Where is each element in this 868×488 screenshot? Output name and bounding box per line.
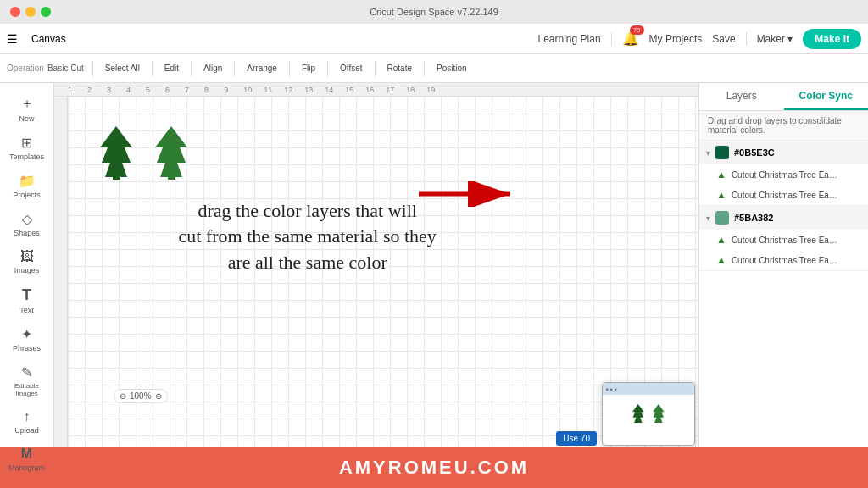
maximize-button[interactable] <box>41 7 51 17</box>
sidebar-item-upload[interactable]: ↑ Upload <box>5 404 49 440</box>
upload-icon: ↑ <box>24 409 31 424</box>
layer-item-1-2[interactable]: ▲ Cutout Christmas Tree Ea… <box>699 185 868 205</box>
tab-colorsync[interactable]: Color Sync <box>784 83 869 110</box>
sidebar-item-editable-images[interactable]: ✎ Editable Images <box>5 359 49 402</box>
layer-item-1-1[interactable]: ▲ Cutout Christmas Tree Ea… <box>699 164 868 185</box>
monogram-icon: M <box>21 446 32 462</box>
sec-sep-6 <box>327 61 328 76</box>
sidebar-item-templates[interactable]: ⊞ Templates <box>5 130 49 166</box>
sidebar-item-text[interactable]: T Text <box>5 281 49 319</box>
sidebar-label-images: Images <box>14 266 40 274</box>
color-hex-2: #5BA382 <box>734 213 773 223</box>
basic-cut-value[interactable]: Basic Cut <box>47 64 84 73</box>
position-btn[interactable]: Position <box>433 62 470 75</box>
traffic-lights <box>10 7 51 17</box>
ruler-top: 1 2 3 4 5 6 7 8 9 10 11 12 13 14 15 16 1… <box>54 83 698 97</box>
canvas-area[interactable]: 1 2 3 4 5 6 7 8 9 10 11 12 13 14 15 16 1… <box>54 83 698 447</box>
color-group-1-header[interactable]: ▾ #0B5E3C <box>699 141 868 164</box>
layer-item-2-2[interactable]: ▲ Cutout Christmas Tree Ea… <box>699 250 868 270</box>
edit-btn[interactable]: Edit <box>161 62 182 75</box>
zoom-plus-icon[interactable]: ⊕ <box>155 391 162 401</box>
panel-description: Drag and drop layers to consolidate mate… <box>699 111 868 141</box>
sidebar-label-upload: Upload <box>14 426 39 435</box>
ruler-left <box>54 97 68 447</box>
thumb-tree-1 <box>630 402 647 425</box>
sidebar-item-shapes[interactable]: ◇ Shapes <box>5 206 49 242</box>
maker-dropdown[interactable]: Maker ▾ <box>757 33 793 45</box>
color-group-2-header[interactable]: ▾ #5BA382 <box>699 206 868 230</box>
christmas-tree-1[interactable] <box>93 122 140 181</box>
color-group-2: ▾ #5BA382 ▲ Cutout Christmas Tree Ea… ▲ … <box>699 206 868 271</box>
sec-sep-3 <box>191 61 192 76</box>
sidebar-label-projects: Projects <box>13 191 41 199</box>
svg-point-2 <box>109 155 114 160</box>
sidebar-label-templates: Templates <box>9 152 44 161</box>
minimize-button[interactable] <box>25 7 36 17</box>
bottom-bar-text: AMYROMEU.COM <box>339 457 529 479</box>
christmas-tree-2[interactable] <box>148 122 195 181</box>
layer-label-1-1: Cutout Christmas Tree Ea… <box>732 170 837 180</box>
tab-layers[interactable]: Layers <box>699 83 784 110</box>
sidebar-item-monogram[interactable]: M Monogram <box>5 441 49 477</box>
sidebar-label-phrases: Phrases <box>13 344 41 352</box>
templates-icon: ⊞ <box>21 135 32 151</box>
left-sidebar: ＋ New ⊞ Templates 📁 Projects ◇ Shapes 🖼 … <box>0 83 54 447</box>
nav-divider-2 <box>746 32 747 46</box>
sidebar-item-new[interactable]: ＋ New <box>5 90 49 128</box>
align-btn[interactable]: Align <box>200 62 225 75</box>
sidebar-label-text: Text <box>19 306 34 314</box>
thumb-tree-2 <box>650 402 667 425</box>
save-link[interactable]: Save <box>712 33 735 45</box>
color-hex-1: #0B5E3C <box>734 147 775 158</box>
zoom-level: 100% <box>130 391 152 401</box>
app-title: Cricut Design Space v7.22.149 <box>370 7 498 17</box>
thumbnail-bar-label: ▪ ▪ ▪ <box>606 385 617 393</box>
color-group-1: ▾ #0B5E3C ▲ Cutout Christmas Tree Ea… ▲ … <box>699 141 868 206</box>
tree-container[interactable] <box>93 122 195 181</box>
sec-sep-4 <box>234 61 235 76</box>
operation-group: Operation Basic Cut <box>7 64 84 73</box>
editable-images-icon: ✎ <box>21 364 32 380</box>
sidebar-item-projects[interactable]: 📁 Projects <box>5 168 49 204</box>
arrange-btn[interactable]: Arrange <box>243 62 281 75</box>
nav-right: Learning Plan 🔔 70 My Projects Save Make… <box>538 29 861 49</box>
zoom-bar: ⊖ 100% ⊕ <box>114 389 168 403</box>
layer-label-1-2: Cutout Christmas Tree Ea… <box>732 191 837 200</box>
rotate-btn[interactable]: Rotate <box>384 62 415 75</box>
offset-btn[interactable]: Offset <box>337 62 366 75</box>
operation-label: Operation <box>7 64 44 73</box>
title-bar: Cricut Design Space v7.22.149 <box>0 0 868 24</box>
sidebar-item-phrases[interactable]: ✦ Phrases <box>5 321 49 358</box>
sidebar-item-images[interactable]: 🖼 Images <box>5 244 49 280</box>
zoom-minus-icon[interactable]: ⊖ <box>120 391 126 401</box>
sec-sep-5 <box>289 61 290 76</box>
hamburger-icon[interactable]: ☰ <box>7 32 18 46</box>
bottom-bar: AMYROMEU.COM <box>0 447 868 488</box>
make-it-button[interactable]: Make It <box>803 29 861 49</box>
text-icon: T <box>22 286 31 304</box>
red-arrow-icon <box>419 181 520 207</box>
select-all-btn[interactable]: Select All <box>102 62 143 75</box>
color-swatch-1 <box>715 146 729 159</box>
panel-tabs: Layers Color Sync <box>699 83 868 111</box>
sidebar-label-monogram: Monogram <box>8 463 45 472</box>
flip-btn[interactable]: Flip <box>298 62 319 75</box>
svg-rect-5 <box>168 175 175 180</box>
tree-icon-2-2: ▲ <box>716 254 726 266</box>
close-button[interactable] <box>10 7 20 17</box>
learning-plan-link[interactable]: Learning Plan <box>538 33 601 45</box>
svg-marker-4 <box>155 126 187 177</box>
notification-bell[interactable]: 🔔 70 <box>622 30 639 47</box>
layer-item-2-1[interactable]: ▲ Cutout Christmas Tree Ea… <box>699 230 868 250</box>
new-icon: ＋ <box>20 95 34 113</box>
arrow-container <box>419 181 520 207</box>
canvas-text-content: drag the color layers that willcut from … <box>179 199 437 273</box>
top-toolbar: ☰ Canvas Learning Plan 🔔 70 My Projects … <box>0 24 868 54</box>
chevron-down-icon-1: ▾ <box>706 148 710 158</box>
sec-sep-2 <box>152 61 153 76</box>
projects-icon: 📁 <box>19 173 36 189</box>
use-button[interactable]: Use 70 <box>556 431 597 446</box>
maker-label: Maker <box>757 33 785 45</box>
my-projects-link[interactable]: My Projects <box>649 33 703 45</box>
notification-badge: 70 <box>630 25 644 35</box>
